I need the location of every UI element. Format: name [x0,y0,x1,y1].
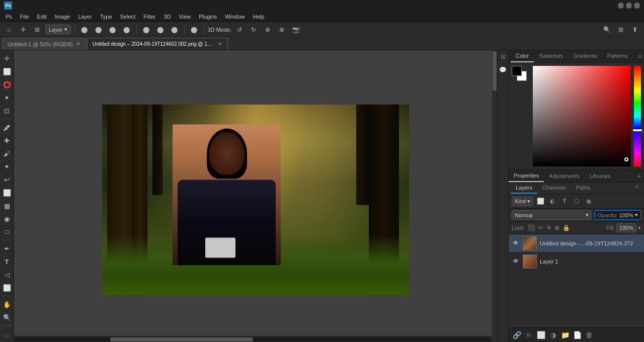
foreground-swatch[interactable] [512,66,522,76]
distribute-btn[interactable]: ⬤ [188,24,200,36]
tab-patterns[interactable]: Patterns [602,50,633,62]
delete-layer-btn[interactable]: 🗑 [584,330,594,340]
tab-untitled1[interactable]: Untitled-1 @ 50% (RGB/8) ✕ [2,38,86,50]
path-select[interactable]: ◁ [1,269,13,281]
filter-kind-dropdown[interactable]: Kind ▾ [512,197,533,206]
home-btn[interactable]: ⌂ [3,24,15,36]
menu-3d[interactable]: 3D [160,13,175,21]
menu-plugins[interactable]: Plugins [195,13,220,21]
tab-gradients[interactable]: Gradients [568,50,602,62]
hand-tool[interactable]: ✋ [1,298,13,310]
vscroll-thumb[interactable] [493,51,497,91]
blur-tool[interactable]: ◉ [1,213,13,225]
pen-tool[interactable]: ✒ [1,242,13,254]
layer-0-visibility[interactable]: 👁 [512,239,520,247]
gradient-tool[interactable]: ▦ [1,200,13,212]
hscroll-thumb[interactable] [110,337,253,341]
tab-color[interactable]: Color [511,50,534,62]
shape-tool[interactable]: ⬜ [1,282,13,294]
eraser-tool[interactable]: ⬜ [1,187,13,199]
mode-btn2[interactable]: ↻ [248,24,260,36]
tab-channels[interactable]: Channels [537,183,571,194]
filter-smart-btn[interactable]: ◉ [584,196,594,206]
tab-close-1[interactable]: ✕ [76,41,80,47]
align-center-btn[interactable]: ⬤ [93,24,105,36]
mode-btn4[interactable]: ⊗ [276,24,288,36]
canvas-area[interactable] [14,50,497,342]
align-btn3[interactable]: ⬤ [154,24,167,36]
layer-1-visibility[interactable]: 👁 [512,258,520,266]
clone-tool[interactable]: ✦ [1,160,13,173]
move-tool[interactable]: ✛ [1,52,13,64]
message-icon[interactable]: 💬 [499,65,508,74]
add-mask-btn[interactable]: ⬜ [536,330,546,340]
lock-all-btn[interactable]: 🔒 [562,224,570,231]
tab-adjustments[interactable]: Adjustments [544,170,585,182]
lock-artboard-btn[interactable]: ✛ [546,224,551,231]
menu-edit[interactable]: Edit [34,13,50,21]
marquee-tool[interactable]: ⬜ [1,65,13,77]
mode-btn1[interactable]: ↺ [233,24,246,36]
layer-item-0[interactable]: 👁 Untitled design -...-09-19T124824.372 [509,234,644,252]
canvas-vscroll[interactable] [492,50,497,342]
menu-filter[interactable]: Filter [140,13,159,21]
more-tools[interactable]: … [1,328,13,340]
layer-dropdown[interactable]: Layer ▾ [45,25,71,34]
fill-value[interactable]: 100% [616,223,636,232]
history-brush[interactable]: ↩ [1,174,13,186]
brush-tool[interactable]: 🖌 [1,147,13,159]
lock-position-btn[interactable]: ✏ [538,224,543,231]
hue-slider[interactable] [634,66,641,166]
close-btn[interactable] [634,3,640,9]
layer-item-1[interactable]: 👁 Layer 1 [509,252,644,271]
maximize-btn[interactable] [626,3,632,9]
tab-close-2[interactable]: ✕ [218,41,222,47]
props-panel-menu[interactable]: ≡ [634,172,644,180]
mode-btn3[interactable]: ⊕ [262,24,274,36]
lasso-tool[interactable]: ⭕ [1,78,13,91]
menu-view[interactable]: View [176,13,195,21]
align-right-btn[interactable]: ⬤ [107,24,119,36]
menu-help[interactable]: Help [249,13,268,21]
tab-layers[interactable]: Layers [511,183,537,194]
crop-tool[interactable]: ⊡ [1,105,13,117]
filter-pixel-btn[interactable]: ⬜ [535,196,545,206]
menu-ps[interactable]: Ps [2,13,16,21]
search-btn[interactable]: 🔍 [601,24,613,36]
hscroll-track[interactable] [15,337,491,341]
heal-tool[interactable]: ✚ [1,134,13,146]
zoom-tool[interactable]: 🔍 [1,311,13,323]
camera-btn[interactable]: 📷 [290,24,302,36]
tab-paths[interactable]: Paths [571,183,595,194]
tab-swatches[interactable]: Swatches [534,50,568,62]
link-layers-btn[interactable]: 🔗 [512,330,522,340]
align-btn2[interactable]: ⬤ [121,24,133,36]
opacity-field[interactable]: Opacity: 100% ▾ [595,210,641,220]
new-layer-btn[interactable]: 📄 [572,330,582,340]
dodge-tool[interactable]: ⬭ [1,226,13,238]
menu-window[interactable]: Window [221,13,248,21]
adjustment-btn[interactable]: ◑ [548,330,558,340]
align-left-btn[interactable]: ⬤ [78,24,91,36]
move-tool-btn[interactable]: ✛ [17,24,29,36]
lock-pixels-btn[interactable]: ⬛ [528,224,535,231]
filter-shape-btn[interactable]: ⬡ [572,196,582,206]
menu-file[interactable]: File [17,13,33,21]
color-gradient-picker[interactable] [533,66,631,166]
eyedropper-tool[interactable]: 💉 [1,121,13,133]
filter-adjust-btn[interactable]: ◐ [547,196,557,206]
menu-type[interactable]: Type [97,13,116,21]
artboard-btn[interactable]: ⊞ [31,24,43,36]
align-btn4[interactable]: ⬤ [169,24,181,36]
layer-fx-btn[interactable]: fx [524,330,534,340]
arrange-icon[interactable]: ⊞ [499,52,508,61]
canvas-hscroll[interactable] [14,336,492,342]
tab-design[interactable]: Untitled design – 2024-09-19T124602.002.… [87,38,228,50]
magic-wand[interactable]: ✦ [1,92,13,104]
transform-btn[interactable]: ⬤ [140,24,152,36]
minimize-btn[interactable] [618,3,624,9]
grid-btn[interactable]: ⊞ [615,24,627,36]
menu-image[interactable]: Image [51,13,74,21]
new-group-btn[interactable]: 📁 [560,330,570,340]
share-btn[interactable]: ⬆ [629,24,641,36]
